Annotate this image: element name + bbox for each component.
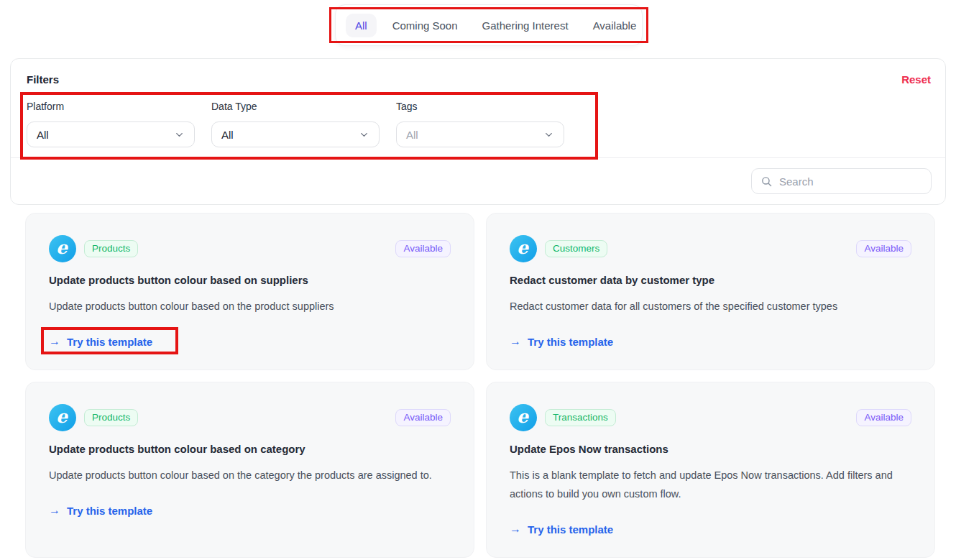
template-title: Redact customer data by customer type bbox=[510, 274, 911, 286]
try-template-link[interactable]: → Try this template bbox=[510, 523, 613, 536]
template-card: e Products Available Update products but… bbox=[25, 382, 474, 558]
tab-coming-soon[interactable]: Coming Soon bbox=[384, 14, 466, 37]
tab-all[interactable]: All bbox=[346, 14, 377, 37]
card-header: e Products Available bbox=[49, 235, 451, 262]
try-template-label: Try this template bbox=[528, 523, 613, 536]
try-template-link[interactable]: → Try this template bbox=[49, 335, 152, 348]
template-description: Redact customer data for all customers o… bbox=[510, 297, 911, 316]
tags-select-value: All bbox=[406, 129, 418, 141]
tab-bar: All Coming Soon Gathering Interest Avail… bbox=[335, 4, 643, 46]
reset-filters-button[interactable]: Reset bbox=[901, 73, 931, 86]
card-header: e Products Available bbox=[49, 404, 451, 431]
epos-now-logo-icon: e bbox=[510, 235, 537, 262]
epos-now-logo-icon: e bbox=[49, 404, 76, 431]
status-badge: Available bbox=[395, 409, 451, 426]
tab-gathering-interest[interactable]: Gathering Interest bbox=[474, 14, 577, 37]
arrow-right-icon: → bbox=[510, 523, 521, 536]
template-card: e Customers Available Redact customer da… bbox=[486, 213, 935, 370]
template-card: e Transactions Available Update Epos Now… bbox=[486, 382, 935, 558]
template-description: Update products button colour based on t… bbox=[49, 466, 451, 485]
template-card: e Products Available Update products but… bbox=[25, 213, 474, 370]
data-type-select-value: All bbox=[221, 129, 234, 141]
data-type-filter: Data Type All bbox=[211, 101, 380, 147]
arrow-right-icon: → bbox=[510, 335, 521, 348]
template-title: Update Epos Now transactions bbox=[510, 443, 911, 455]
platform-select[interactable]: All bbox=[27, 121, 195, 147]
chevron-down-icon bbox=[174, 129, 185, 140]
platform-select-value: All bbox=[37, 129, 49, 141]
platform-label: Platform bbox=[27, 101, 195, 112]
try-template-label: Try this template bbox=[67, 336, 152, 348]
card-header: e Transactions Available bbox=[510, 404, 911, 431]
tags-label: Tags bbox=[396, 101, 564, 112]
data-type-select[interactable]: All bbox=[211, 121, 380, 147]
category-badge: Products bbox=[84, 409, 138, 426]
tab-available[interactable]: Available bbox=[584, 14, 645, 37]
status-badge: Available bbox=[395, 240, 451, 257]
search-box[interactable] bbox=[751, 168, 932, 194]
chevron-down-icon bbox=[359, 129, 369, 140]
chevron-down-icon bbox=[543, 129, 554, 140]
arrow-right-icon: → bbox=[49, 504, 60, 517]
category-badge: Products bbox=[84, 240, 138, 257]
try-template-label: Try this template bbox=[528, 336, 613, 348]
category-badge: Customers bbox=[545, 240, 607, 257]
try-template-label: Try this template bbox=[67, 505, 152, 517]
category-badge: Transactions bbox=[545, 409, 616, 426]
template-description: This is a blank template to fetch and up… bbox=[510, 466, 911, 503]
template-title: Update products button colour based on c… bbox=[49, 443, 451, 455]
template-title: Update products button colour based on s… bbox=[49, 274, 451, 286]
filters-header: Filters Reset bbox=[11, 59, 945, 86]
tags-select[interactable]: All bbox=[396, 121, 564, 147]
data-type-label: Data Type bbox=[211, 101, 380, 112]
status-badge: Available bbox=[856, 240, 911, 257]
arrow-right-icon: → bbox=[49, 335, 60, 348]
filters-panel: Filters Reset Platform All Data Type All… bbox=[10, 58, 946, 205]
search-icon bbox=[760, 175, 773, 188]
search-input[interactable] bbox=[779, 175, 922, 188]
template-grid: e Products Available Update products but… bbox=[25, 213, 935, 558]
status-badge: Available bbox=[856, 409, 911, 426]
search-row bbox=[11, 157, 945, 204]
tags-filter: Tags All bbox=[396, 101, 564, 147]
epos-now-logo-icon: e bbox=[510, 404, 537, 431]
card-header: e Customers Available bbox=[510, 235, 911, 262]
filters-title: Filters bbox=[27, 73, 59, 86]
platform-filter: Platform All bbox=[27, 101, 195, 147]
epos-now-logo-icon: e bbox=[49, 235, 76, 262]
try-template-link[interactable]: → Try this template bbox=[510, 335, 613, 348]
try-template-link[interactable]: → Try this template bbox=[49, 504, 152, 517]
filter-row: Platform All Data Type All Tags All bbox=[11, 86, 945, 147]
template-description: Update products button colour based on t… bbox=[49, 297, 451, 316]
